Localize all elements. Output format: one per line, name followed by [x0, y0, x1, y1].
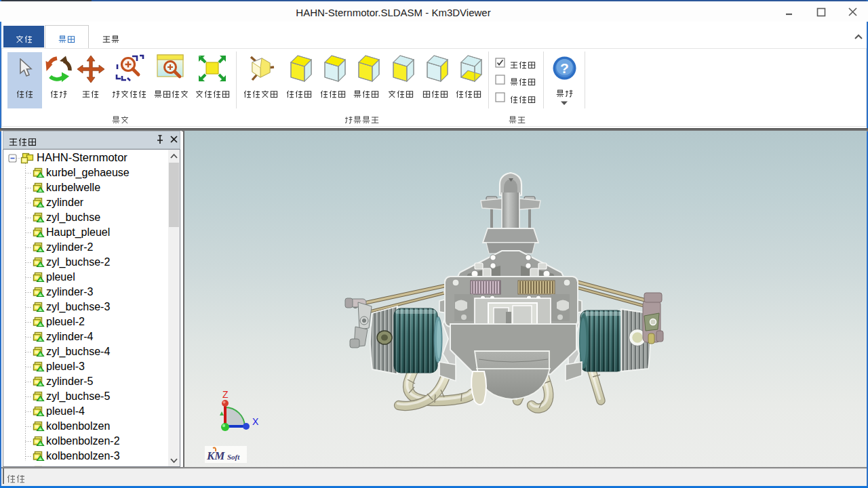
svg-text:pleuel-2: pleuel-2: [46, 316, 85, 327]
svg-text:Z: Z: [222, 389, 229, 400]
svg-text:zyl_buchse-2: zyl_buchse-2: [46, 256, 110, 268]
svg-text:Soft: Soft: [227, 453, 240, 461]
svg-text:kurbelwelle: kurbelwelle: [46, 182, 100, 193]
svg-text:pleuel-4: pleuel-4: [46, 405, 85, 417]
svg-text:HAHN-Sternmotor: HAHN-Sternmotor: [37, 151, 127, 163]
svg-text:Haupt_pleuel: Haupt_pleuel: [46, 226, 110, 239]
svg-text:pleuel: pleuel: [46, 271, 75, 283]
svg-text:zylinder: zylinder: [46, 197, 84, 208]
svg-text:kurbel_gehaeuse: kurbel_gehaeuse: [46, 167, 130, 179]
svg-text:zylinder-4: zylinder-4: [46, 331, 93, 342]
svg-text:zylinder-5: zylinder-5: [46, 375, 93, 387]
svg-text:KM: KM: [206, 449, 225, 462]
svg-text:kolbenbolzen: kolbenbolzen: [46, 420, 110, 432]
svg-text:?: ?: [560, 60, 569, 76]
svg-text:kolbenbolzen-3: kolbenbolzen-3: [46, 450, 120, 462]
svg-text:zylinder-2: zylinder-2: [46, 241, 93, 253]
svg-text:zyl_buchse-5: zyl_buchse-5: [46, 390, 110, 403]
svg-text:zylinder-3: zylinder-3: [46, 286, 93, 298]
svg-text:zyl_buchse-3: zyl_buchse-3: [46, 301, 110, 313]
svg-text:X: X: [252, 416, 259, 427]
svg-text:pleuel-3: pleuel-3: [46, 361, 85, 372]
svg-text:kolbenbolzen-2: kolbenbolzen-2: [46, 435, 120, 447]
svg-text:zyl_buchse-4: zyl_buchse-4: [46, 346, 110, 358]
svg-text:zyl_buchse: zyl_buchse: [46, 211, 100, 224]
